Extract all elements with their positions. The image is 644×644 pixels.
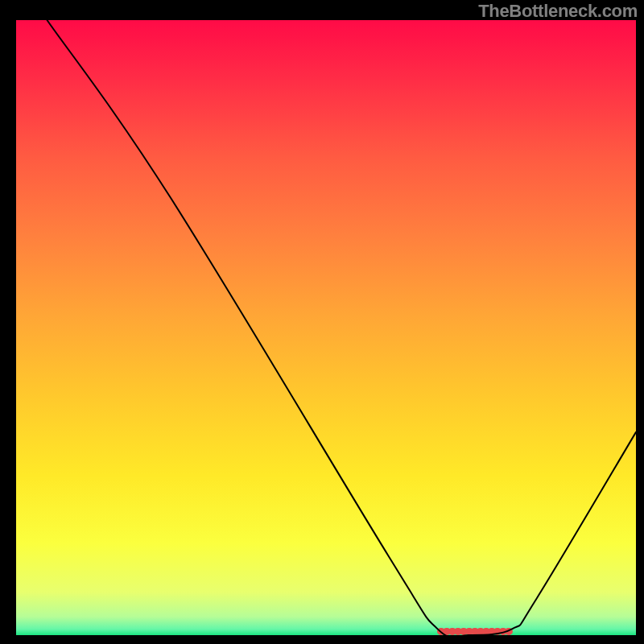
bottleneck-chart: TheBottleneck.com [0,0,644,644]
watermark-text: TheBottleneck.com [478,1,638,22]
gradient-background [16,20,636,635]
chart-canvas [0,0,644,644]
